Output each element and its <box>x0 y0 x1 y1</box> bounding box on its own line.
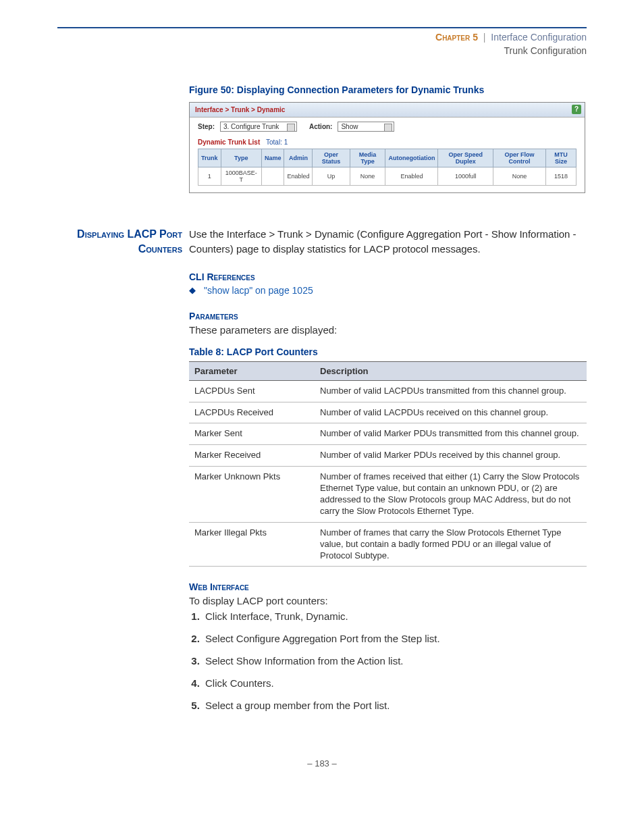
table-row: Marker Unknown PktsNumber of frames rece… <box>189 467 587 523</box>
col-autoneg: Autonegotiation <box>385 149 438 167</box>
diamond-bullet-icon: ◆ <box>189 285 204 295</box>
list-title: Dynamic Trunk List <box>198 138 260 146</box>
intro-text: Use the Interface > Trunk > Dynamic (Con… <box>189 227 587 257</box>
col-media-type: Media Type <box>350 149 385 167</box>
action-label: Action: <box>309 123 332 130</box>
col-oper-status: Oper Status <box>313 149 350 167</box>
step-item: Select a group member from the Port list… <box>203 700 587 711</box>
page-number: – 183 – <box>57 758 587 768</box>
table-row: LACPDUs SentNumber of valid LACPDUs tran… <box>189 380 587 402</box>
col-flow-control: Oper Flow Control <box>493 149 545 167</box>
header-separator: | <box>483 32 486 43</box>
param-col-header: Parameter <box>189 361 315 380</box>
breadcrumb-text: Interface > Trunk > Dynamic <box>195 106 285 113</box>
table-row: LACPDUs ReceivedNumber of valid LACPDUs … <box>189 402 587 423</box>
step-item: Select Show Information from the Action … <box>203 655 587 667</box>
figure-title: Figure 50: Displaying Connection Paramet… <box>189 84 587 95</box>
parameter-table: Parameter Description LACPDUs SentNumber… <box>189 361 587 567</box>
page-header: Chapter 5 | Interface Configuration Trun… <box>57 31 587 57</box>
help-icon[interactable]: ? <box>572 105 581 114</box>
step-item: Click Interface, Trunk, Dynamic. <box>203 610 587 622</box>
desc-col-header: Description <box>315 361 587 380</box>
step-select[interactable]: 3. Configure Trunk <box>220 122 297 132</box>
col-trunk: Trunk <box>198 149 221 167</box>
col-admin: Admin <box>284 149 313 167</box>
col-type: Type <box>221 149 261 167</box>
parameters-intro: These parameters are displayed: <box>189 324 587 336</box>
parameters-heading: Parameters <box>189 311 587 321</box>
col-speed-duplex: Oper Speed Duplex <box>438 149 493 167</box>
list-total: Total: 1 <box>266 138 288 146</box>
table-row: Marker ReceivedNumber of valid Marker PD… <box>189 445 587 467</box>
header-title: Interface Configuration <box>491 32 587 43</box>
web-heading: Web Interface <box>189 581 587 592</box>
header-subtitle: Trunk Configuration <box>504 45 587 56</box>
table-title: Table 8: LACP Port Counters <box>189 346 587 357</box>
table-row: Marker SentNumber of valid Marker PDUs t… <box>189 423 587 445</box>
steps-list: Click Interface, Trunk, Dynamic. Select … <box>189 610 587 711</box>
step-item: Click Counters. <box>203 677 587 689</box>
web-intro: To display LACP port counters: <box>189 595 587 606</box>
col-name: Name <box>261 149 284 167</box>
step-item: Select Configure Aggregation Port from t… <box>203 633 587 644</box>
chapter-label: Chapter 5 <box>435 32 478 43</box>
screenshot-panel: Interface > Trunk > Dynamic ? Step: 3. C… <box>189 102 585 193</box>
header-divider <box>57 27 587 28</box>
action-select[interactable]: Show <box>338 122 394 132</box>
step-label: Step: <box>198 123 215 130</box>
trunk-table: Trunk Type Name Admin Oper Status Media … <box>198 149 576 186</box>
screenshot-breadcrumb: Interface > Trunk > Dynamic ? <box>190 103 585 118</box>
table-row: Marker Illegal PktsNumber of frames that… <box>189 522 587 567</box>
cli-link[interactable]: "show lacp" on page 1025 <box>204 285 313 296</box>
col-mtu: MTU Size <box>546 149 576 167</box>
cli-heading: CLI References <box>189 271 587 282</box>
section-heading: Displaying LACP Port Counters <box>57 227 189 257</box>
table-row: 1 1000BASE-T Enabled Up None Enabled 100… <box>198 167 576 186</box>
